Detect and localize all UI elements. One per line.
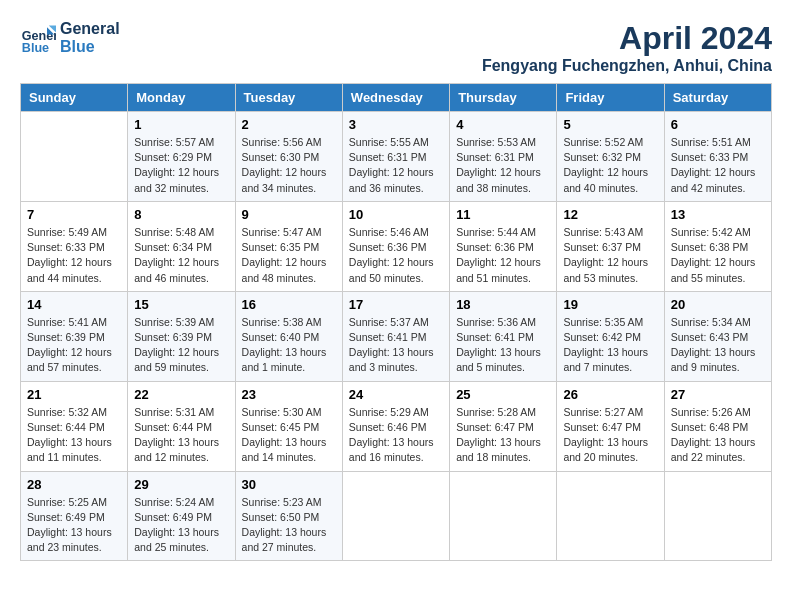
day-info: Sunrise: 5:30 AM Sunset: 6:45 PM Dayligh…: [242, 405, 336, 466]
calendar-cell: 22Sunrise: 5:31 AM Sunset: 6:44 PM Dayli…: [128, 381, 235, 471]
day-info: Sunrise: 5:23 AM Sunset: 6:50 PM Dayligh…: [242, 495, 336, 556]
calendar-cell: 18Sunrise: 5:36 AM Sunset: 6:41 PM Dayli…: [450, 291, 557, 381]
day-number: 28: [27, 477, 121, 492]
calendar-cell: 26Sunrise: 5:27 AM Sunset: 6:47 PM Dayli…: [557, 381, 664, 471]
day-number: 6: [671, 117, 765, 132]
calendar-cell: 10Sunrise: 5:46 AM Sunset: 6:36 PM Dayli…: [342, 201, 449, 291]
day-info: Sunrise: 5:31 AM Sunset: 6:44 PM Dayligh…: [134, 405, 228, 466]
day-info: Sunrise: 5:34 AM Sunset: 6:43 PM Dayligh…: [671, 315, 765, 376]
day-number: 10: [349, 207, 443, 222]
day-header-monday: Monday: [128, 84, 235, 112]
day-number: 1: [134, 117, 228, 132]
day-info: Sunrise: 5:44 AM Sunset: 6:36 PM Dayligh…: [456, 225, 550, 286]
day-info: Sunrise: 5:36 AM Sunset: 6:41 PM Dayligh…: [456, 315, 550, 376]
day-info: Sunrise: 5:41 AM Sunset: 6:39 PM Dayligh…: [27, 315, 121, 376]
week-row-3: 14Sunrise: 5:41 AM Sunset: 6:39 PM Dayli…: [21, 291, 772, 381]
day-info: Sunrise: 5:48 AM Sunset: 6:34 PM Dayligh…: [134, 225, 228, 286]
day-number: 21: [27, 387, 121, 402]
calendar-cell: 14Sunrise: 5:41 AM Sunset: 6:39 PM Dayli…: [21, 291, 128, 381]
calendar-cell: 29Sunrise: 5:24 AM Sunset: 6:49 PM Dayli…: [128, 471, 235, 561]
day-info: Sunrise: 5:51 AM Sunset: 6:33 PM Dayligh…: [671, 135, 765, 196]
day-header-tuesday: Tuesday: [235, 84, 342, 112]
day-info: Sunrise: 5:49 AM Sunset: 6:33 PM Dayligh…: [27, 225, 121, 286]
day-number: 7: [27, 207, 121, 222]
calendar-cell: 28Sunrise: 5:25 AM Sunset: 6:49 PM Dayli…: [21, 471, 128, 561]
calendar-cell: 4Sunrise: 5:53 AM Sunset: 6:31 PM Daylig…: [450, 112, 557, 202]
week-row-4: 21Sunrise: 5:32 AM Sunset: 6:44 PM Dayli…: [21, 381, 772, 471]
calendar-cell: 9Sunrise: 5:47 AM Sunset: 6:35 PM Daylig…: [235, 201, 342, 291]
logo-icon: General Blue: [20, 20, 56, 56]
calendar-cell: 6Sunrise: 5:51 AM Sunset: 6:33 PM Daylig…: [664, 112, 771, 202]
calendar-cell: 24Sunrise: 5:29 AM Sunset: 6:46 PM Dayli…: [342, 381, 449, 471]
calendar-cell: 3Sunrise: 5:55 AM Sunset: 6:31 PM Daylig…: [342, 112, 449, 202]
calendar-cell: [450, 471, 557, 561]
calendar-cell: 13Sunrise: 5:42 AM Sunset: 6:38 PM Dayli…: [664, 201, 771, 291]
calendar-cell: 21Sunrise: 5:32 AM Sunset: 6:44 PM Dayli…: [21, 381, 128, 471]
day-number: 17: [349, 297, 443, 312]
day-number: 22: [134, 387, 228, 402]
week-row-1: 1Sunrise: 5:57 AM Sunset: 6:29 PM Daylig…: [21, 112, 772, 202]
day-info: Sunrise: 5:24 AM Sunset: 6:49 PM Dayligh…: [134, 495, 228, 556]
day-number: 30: [242, 477, 336, 492]
day-number: 24: [349, 387, 443, 402]
week-row-5: 28Sunrise: 5:25 AM Sunset: 6:49 PM Dayli…: [21, 471, 772, 561]
day-info: Sunrise: 5:57 AM Sunset: 6:29 PM Dayligh…: [134, 135, 228, 196]
calendar-cell: 1Sunrise: 5:57 AM Sunset: 6:29 PM Daylig…: [128, 112, 235, 202]
day-info: Sunrise: 5:28 AM Sunset: 6:47 PM Dayligh…: [456, 405, 550, 466]
day-info: Sunrise: 5:53 AM Sunset: 6:31 PM Dayligh…: [456, 135, 550, 196]
calendar-cell: 27Sunrise: 5:26 AM Sunset: 6:48 PM Dayli…: [664, 381, 771, 471]
day-number: 18: [456, 297, 550, 312]
calendar-cell: [557, 471, 664, 561]
calendar-cell: [664, 471, 771, 561]
day-number: 19: [563, 297, 657, 312]
day-number: 27: [671, 387, 765, 402]
day-info: Sunrise: 5:37 AM Sunset: 6:41 PM Dayligh…: [349, 315, 443, 376]
day-info: Sunrise: 5:29 AM Sunset: 6:46 PM Dayligh…: [349, 405, 443, 466]
day-info: Sunrise: 5:55 AM Sunset: 6:31 PM Dayligh…: [349, 135, 443, 196]
calendar-cell: 17Sunrise: 5:37 AM Sunset: 6:41 PM Dayli…: [342, 291, 449, 381]
day-number: 4: [456, 117, 550, 132]
day-number: 5: [563, 117, 657, 132]
day-header-sunday: Sunday: [21, 84, 128, 112]
calendar-cell: 2Sunrise: 5:56 AM Sunset: 6:30 PM Daylig…: [235, 112, 342, 202]
day-info: Sunrise: 5:25 AM Sunset: 6:49 PM Dayligh…: [27, 495, 121, 556]
calendar-cell: 25Sunrise: 5:28 AM Sunset: 6:47 PM Dayli…: [450, 381, 557, 471]
svg-text:Blue: Blue: [22, 41, 49, 55]
day-number: 13: [671, 207, 765, 222]
day-info: Sunrise: 5:39 AM Sunset: 6:39 PM Dayligh…: [134, 315, 228, 376]
day-info: Sunrise: 5:26 AM Sunset: 6:48 PM Dayligh…: [671, 405, 765, 466]
day-number: 3: [349, 117, 443, 132]
day-info: Sunrise: 5:52 AM Sunset: 6:32 PM Dayligh…: [563, 135, 657, 196]
title-block: April 2024 Fengyang Fuchengzhen, Anhui, …: [482, 20, 772, 75]
day-header-saturday: Saturday: [664, 84, 771, 112]
day-info: Sunrise: 5:42 AM Sunset: 6:38 PM Dayligh…: [671, 225, 765, 286]
day-info: Sunrise: 5:56 AM Sunset: 6:30 PM Dayligh…: [242, 135, 336, 196]
day-number: 9: [242, 207, 336, 222]
day-info: Sunrise: 5:46 AM Sunset: 6:36 PM Dayligh…: [349, 225, 443, 286]
day-info: Sunrise: 5:35 AM Sunset: 6:42 PM Dayligh…: [563, 315, 657, 376]
calendar-cell: [342, 471, 449, 561]
calendar-cell: 19Sunrise: 5:35 AM Sunset: 6:42 PM Dayli…: [557, 291, 664, 381]
day-number: 2: [242, 117, 336, 132]
calendar-cell: 30Sunrise: 5:23 AM Sunset: 6:50 PM Dayli…: [235, 471, 342, 561]
day-number: 23: [242, 387, 336, 402]
calendar-cell: 11Sunrise: 5:44 AM Sunset: 6:36 PM Dayli…: [450, 201, 557, 291]
day-info: Sunrise: 5:43 AM Sunset: 6:37 PM Dayligh…: [563, 225, 657, 286]
day-info: Sunrise: 5:38 AM Sunset: 6:40 PM Dayligh…: [242, 315, 336, 376]
day-number: 16: [242, 297, 336, 312]
day-number: 8: [134, 207, 228, 222]
calendar-table: SundayMondayTuesdayWednesdayThursdayFrid…: [20, 83, 772, 561]
day-header-wednesday: Wednesday: [342, 84, 449, 112]
day-number: 14: [27, 297, 121, 312]
day-number: 29: [134, 477, 228, 492]
logo: General Blue General Blue: [20, 20, 120, 56]
day-number: 20: [671, 297, 765, 312]
day-info: Sunrise: 5:32 AM Sunset: 6:44 PM Dayligh…: [27, 405, 121, 466]
logo-line2: Blue: [60, 38, 120, 56]
calendar-cell: 8Sunrise: 5:48 AM Sunset: 6:34 PM Daylig…: [128, 201, 235, 291]
calendar-cell: 23Sunrise: 5:30 AM Sunset: 6:45 PM Dayli…: [235, 381, 342, 471]
location: Fengyang Fuchengzhen, Anhui, China: [482, 57, 772, 75]
day-number: 12: [563, 207, 657, 222]
week-row-2: 7Sunrise: 5:49 AM Sunset: 6:33 PM Daylig…: [21, 201, 772, 291]
day-info: Sunrise: 5:47 AM Sunset: 6:35 PM Dayligh…: [242, 225, 336, 286]
